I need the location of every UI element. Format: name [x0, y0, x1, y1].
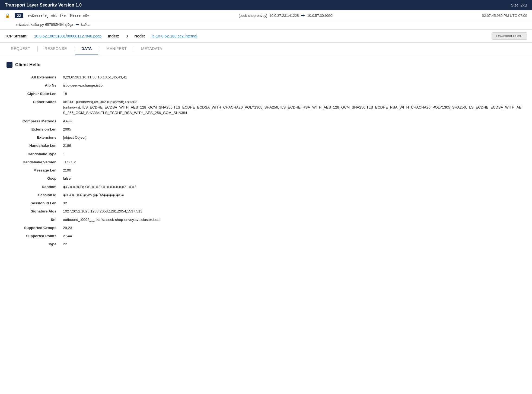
field-key: Session Id [7, 191, 61, 199]
main-content: − Client Hello All Extensions0,23,65281,… [0, 55, 532, 255]
section-title: Client Hello [15, 62, 41, 68]
field-key: Supported Groups [7, 224, 61, 232]
header-bar: Transport Layer Security Version 1.0 Siz… [0, 0, 532, 10]
src-ip: 10.0.37.231:41228 [269, 14, 299, 18]
table-row: Message Len2190 [7, 166, 525, 174]
table-row: Session Id◈< &◈ ;◈4j ◈Ws {\◈ `M◈◈◈◈ ◈S= [7, 191, 525, 199]
field-key: Random [7, 183, 61, 191]
dest-pod: kafka [81, 23, 90, 27]
table-row: Cipher Suite Len18 [7, 90, 525, 98]
field-value: [object Object] [61, 134, 525, 142]
packet-timestamp: 02:07:45.989 PM UTC-07:00 [482, 14, 527, 18]
lock-icon: 🔒 [5, 13, 10, 18]
index-label: Index: [108, 34, 119, 38]
tab-divider-2 [74, 46, 74, 52]
table-row: Extension Len2095 [7, 125, 525, 134]
field-key: Handshake Type [7, 150, 61, 158]
field-value: 0x1301 (unknown),0x1302 (unknown),0x1303… [61, 98, 525, 117]
node-value[interactable]: ip-10-0-62-180.ec2.internal [152, 34, 197, 38]
seq-badge: 22 [15, 13, 23, 18]
client-hello-header: − Client Hello [7, 62, 525, 68]
field-value: ◈G ◈◈:◈Pq OS!◈ ◈/9l◈ ◈◈◈◈◈◈Z~◈◈/ [61, 183, 525, 191]
table-row: Cipher Suites0x1301 (unknown),0x1302 (un… [7, 98, 525, 117]
field-value: ◈< &◈ ;◈4j ◈Ws {\◈ `M◈◈◈◈ ◈S= [61, 191, 525, 199]
source-pod: mizutest-kafka-py-6578f85464-sj9gz [16, 23, 73, 27]
tab-divider-1 [37, 46, 38, 52]
field-key: Session Id Len [7, 199, 61, 207]
field-key: All Extensions [7, 73, 61, 81]
packet-source-row: mizutest-kafka-py-6578f85464-sj9gz ➡ kaf… [0, 21, 532, 30]
field-key: Cipher Suites [7, 98, 61, 117]
field-key: Compress Methods [7, 117, 61, 125]
field-value: outbound_.9092_._. kafka.sock-shop-envoy… [61, 216, 525, 224]
field-value: 2095 [61, 125, 525, 134]
field-value: 18 [61, 90, 525, 98]
table-row: Oscpfalse [7, 174, 525, 183]
table-row: Alp Nsistio-peer-exchange,istio [7, 81, 525, 90]
tab-response[interactable]: RESPONSE [39, 43, 73, 55]
table-row: Handshake Type1 [7, 150, 525, 158]
field-value: 0,23,65281,10,11,35,16,13,51,45,43,41 [61, 73, 525, 81]
field-key: Cipher Suite Len [7, 90, 61, 98]
field-key: Handshake Version [7, 158, 61, 166]
tab-manifest[interactable]: MANIFEST [100, 43, 133, 55]
table-row: Handshake VersionTLS 1.2 [7, 158, 525, 166]
tab-divider-3 [99, 46, 99, 52]
collapse-button[interactable]: − [7, 62, 12, 68]
field-key: Handshake Len [7, 142, 61, 150]
table-row: Snioutbound_.9092_._. kafka.sock-shop-en… [7, 216, 525, 224]
field-value: 1027,2052,1025,1283,2053,1281,2054,1537,… [61, 207, 525, 215]
field-key: Extension Len [7, 125, 61, 134]
table-row: Extensions[object Object] [7, 134, 525, 142]
field-key: Oscp [7, 174, 61, 183]
index-value: 3 [126, 34, 128, 38]
node-label: Node: [134, 34, 145, 38]
table-row: Signature Algs1027,2052,1025,1283,2053,1… [7, 207, 525, 215]
field-key: Sni [7, 216, 61, 224]
field-value: false [61, 174, 525, 183]
field-key: Message Len [7, 166, 61, 174]
table-row: Handshake Len2186 [7, 142, 525, 150]
page-title: Transport Layer Security Version 1.0 [5, 3, 82, 8]
client-hello-table: All Extensions0,23,65281,10,11,35,16,13,… [7, 73, 525, 249]
stream-label: TCP Stream: [5, 34, 28, 38]
size-label: Size: 2kB [511, 3, 527, 7]
tab-request[interactable]: REQUEST [5, 43, 36, 55]
field-value: 22 [61, 240, 525, 248]
field-value: 32 [61, 199, 525, 207]
table-row: Random◈G ◈◈:◈Pq OS!◈ ◈/9l◈ ◈◈◈◈◈◈Z~◈◈/ [7, 183, 525, 191]
table-row: All Extensions0,23,65281,10,11,35,16,13,… [7, 73, 525, 81]
table-row: Session Id Len32 [7, 199, 525, 207]
field-key: Extensions [7, 134, 61, 142]
field-key: Supported Points [7, 232, 61, 240]
table-row: Supported Groups29,23 [7, 224, 525, 232]
tab-data[interactable]: DATA [75, 43, 98, 55]
packet-row: 🔒 22 ◈<&◈◈;◈4◈j ◈Ws {\◈ `M◈◈◈◈ ◈S= [sock… [0, 10, 532, 21]
field-key: Signature Algs [7, 207, 61, 215]
field-key: Alp Ns [7, 81, 61, 90]
field-value: 1 [61, 150, 525, 158]
field-key: Type [7, 240, 61, 248]
table-row: Compress MethodsAA== [7, 117, 525, 125]
tab-divider-4 [134, 46, 134, 52]
stream-link[interactable]: 10.0.62.180:31001/000001127840.pcap [34, 34, 101, 38]
field-value: istio-peer-exchange,istio [61, 81, 525, 90]
stream-bar: TCP Stream: 10.0.62.180:31001/0000011278… [0, 30, 532, 43]
source-arrow-icon: ➡ [75, 22, 79, 27]
packet-hex: ◈<&◈◈;◈4◈j ◈Ws {\◈ `M◈◈◈◈ ◈S= [28, 14, 89, 18]
table-row: Supported PointsAA== [7, 232, 525, 240]
field-value: AA== [61, 117, 525, 125]
field-value: 29,23 [61, 224, 525, 232]
download-pcap-button[interactable]: Download PCAP [492, 32, 527, 40]
field-value: 2186 [61, 142, 525, 150]
packet-routing: [sock-shop-envoy] 10.0.37.231:41228 ➡ 10… [94, 12, 478, 18]
field-value: TLS 1.2 [61, 158, 525, 166]
tabs-row: REQUEST RESPONSE DATA MANIFEST METADATA [0, 43, 532, 55]
tab-metadata[interactable]: METADATA [135, 43, 168, 55]
direction-arrow: ➡ [301, 12, 305, 18]
field-value: 2190 [61, 166, 525, 174]
table-row: Type22 [7, 240, 525, 248]
dst-ip: 10.0.57.30:9092 [307, 14, 333, 18]
field-value: AA== [61, 232, 525, 240]
source-label: [sock-shop-envoy] [238, 14, 267, 18]
